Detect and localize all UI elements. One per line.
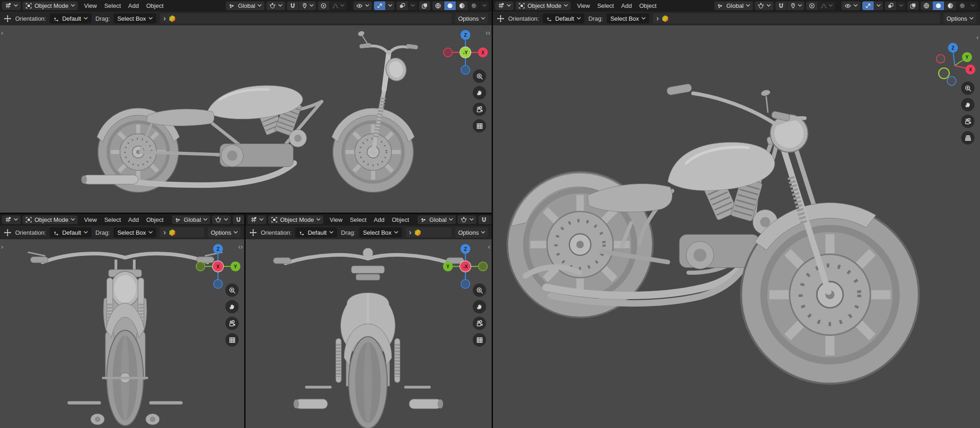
proportional-editing-toggle[interactable] — [806, 1, 818, 10]
snap-settings-dropdown[interactable] — [490, 215, 492, 224]
toolbar-expand-arrow[interactable]: › — [1, 29, 3, 36]
pan-hand-button[interactable] — [473, 86, 486, 99]
orientation-value-dropdown[interactable]: Default — [50, 227, 92, 237]
menu-object[interactable]: Object — [146, 2, 164, 9]
mode-selector-dropdown[interactable]: Object Mode — [23, 1, 78, 10]
show-gizmo-toggle[interactable] — [862, 1, 874, 10]
shading-solid-button[interactable] — [444, 1, 456, 10]
expand-arrow-icon[interactable]: › — [656, 15, 659, 22]
expand-arrow-icon[interactable]: › — [409, 229, 411, 236]
move-tool-icon[interactable] — [4, 15, 11, 23]
snap-toggle-button[interactable] — [775, 1, 787, 10]
shading-material-button[interactable] — [456, 1, 468, 10]
menu-add[interactable]: Add — [128, 2, 139, 9]
region-split-corner[interactable]: ‹› — [238, 243, 243, 250]
transform-orientation-dropdown[interactable]: Global — [714, 1, 753, 10]
show-overlays-toggle[interactable] — [396, 1, 408, 10]
expand-arrow-icon[interactable]: › — [163, 15, 166, 22]
pivot-point-dropdown[interactable] — [212, 215, 231, 224]
options-dropdown[interactable]: Options — [455, 13, 488, 23]
shading-wireframe-button[interactable] — [432, 1, 444, 10]
menu-add[interactable]: Add — [621, 2, 632, 9]
shading-rendered-button[interactable] — [956, 1, 968, 10]
show-gizmo-toggle[interactable] — [374, 1, 385, 10]
menu-object[interactable]: Object — [146, 216, 164, 223]
menu-view[interactable]: View — [577, 2, 590, 9]
sidebar-collapse-arrow[interactable]: ‹ — [976, 34, 979, 40]
shading-settings-dropdown[interactable] — [968, 1, 977, 10]
zoom-button[interactable] — [961, 81, 974, 95]
editor-type-button[interactable] — [2, 1, 21, 10]
camera-view-button[interactable] — [225, 317, 239, 330]
pan-hand-button[interactable] — [961, 98, 974, 111]
move-tool-icon[interactable] — [497, 15, 504, 23]
toolbar-expand-arrow[interactable]: › — [1, 243, 3, 250]
object-visibility-dropdown[interactable] — [353, 1, 372, 10]
editor-type-button[interactable] — [247, 215, 266, 224]
proportional-falloff-dropdown[interactable] — [818, 1, 835, 10]
zoom-button[interactable] — [473, 69, 486, 83]
object-visibility-dropdown[interactable] — [842, 1, 860, 10]
region-split-corner[interactable]: ‹› — [486, 29, 490, 36]
shading-settings-dropdown[interactable] — [480, 1, 489, 10]
toggle-xray-button[interactable] — [907, 1, 919, 10]
menu-select[interactable]: Select — [350, 216, 367, 223]
gizmo-settings-dropdown[interactable] — [385, 1, 395, 10]
pan-hand-button[interactable] — [473, 300, 486, 313]
show-overlays-toggle[interactable] — [885, 1, 896, 10]
pan-hand-button[interactable] — [225, 300, 239, 313]
overlays-settings-dropdown[interactable] — [408, 1, 417, 10]
motorcycle-model-side[interactable] — [0, 25, 492, 213]
viewport-canvas-perspective[interactable]: Z Y X ‹ — [493, 25, 980, 428]
viewport-canvas-side[interactable]: Z X -Y ‹› › — [0, 25, 492, 213]
shading-solid-button[interactable] — [932, 1, 944, 10]
transform-orientation-dropdown[interactable]: Global — [226, 1, 264, 10]
snap-settings-dropdown[interactable] — [298, 1, 316, 10]
perspective-grid-button[interactable] — [961, 131, 974, 145]
menu-add[interactable]: Add — [128, 216, 139, 223]
move-tool-icon[interactable] — [249, 229, 257, 237]
motorcycle-model-perspective[interactable] — [493, 25, 980, 428]
navigation-gizmo[interactable]: Z Y X — [930, 40, 977, 87]
menu-select[interactable]: Select — [104, 216, 121, 223]
drag-value-dropdown[interactable]: Select Box — [114, 227, 156, 237]
menu-object[interactable]: Object — [639, 2, 657, 9]
menu-select[interactable]: Select — [104, 2, 121, 9]
camera-view-button[interactable] — [961, 115, 974, 128]
menu-object[interactable]: Object — [392, 216, 409, 223]
drag-value-dropdown[interactable]: Select Box — [359, 227, 402, 237]
shading-material-button[interactable] — [944, 1, 956, 10]
orientation-value-dropdown[interactable]: Default — [50, 13, 92, 23]
options-dropdown[interactable]: Options — [208, 227, 241, 237]
orientation-value-dropdown[interactable]: Default — [543, 13, 585, 23]
options-dropdown[interactable]: Options — [455, 227, 488, 237]
editor-type-button[interactable] — [495, 1, 514, 10]
options-dropdown[interactable]: Options — [944, 13, 976, 23]
shading-wireframe-button[interactable] — [921, 1, 932, 10]
transform-orientation-dropdown[interactable]: Global — [172, 215, 211, 224]
drag-value-dropdown[interactable]: Select Box — [114, 13, 156, 23]
transform-orientation-dropdown[interactable]: Global — [418, 215, 456, 224]
viewport-canvas-back[interactable]: Z Y -X ‹ — [246, 239, 492, 428]
move-tool-icon[interactable] — [4, 229, 11, 237]
camera-view-button[interactable] — [473, 103, 486, 116]
mode-selector-dropdown[interactable]: Object Mode — [516, 1, 571, 10]
toggle-xray-button[interactable] — [419, 1, 430, 10]
overlays-settings-dropdown[interactable] — [896, 1, 905, 10]
pivot-point-dropdown[interactable] — [266, 1, 285, 10]
menu-view[interactable]: View — [84, 216, 97, 223]
snap-toggle-button[interactable] — [233, 215, 244, 224]
navigation-gizmo[interactable]: Z X -Y — [442, 28, 489, 75]
pivot-point-dropdown[interactable] — [458, 215, 476, 224]
snap-toggle-button[interactable] — [287, 1, 298, 10]
camera-view-button[interactable] — [473, 317, 486, 330]
orthographic-grid-button[interactable] — [473, 119, 486, 133]
menu-view[interactable]: View — [330, 216, 343, 223]
region-collapse-corner[interactable]: ‹ — [488, 243, 490, 250]
menu-view[interactable]: View — [84, 2, 97, 9]
mode-selector-dropdown[interactable]: Object Mode — [23, 215, 78, 224]
orthographic-grid-button[interactable] — [225, 333, 239, 347]
shading-rendered-button[interactable] — [468, 1, 480, 10]
drag-value-dropdown[interactable]: Select Box — [607, 13, 649, 23]
zoom-button[interactable] — [225, 283, 239, 297]
